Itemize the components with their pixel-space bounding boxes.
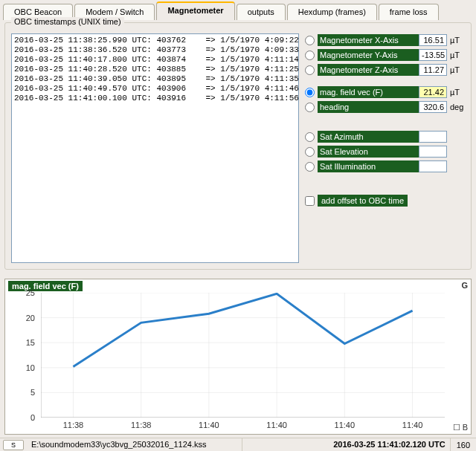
unit-heading: deg	[447, 103, 465, 111]
radio-mag-y[interactable]	[305, 51, 315, 60]
unit-mag-x: µT	[447, 36, 465, 45]
offset-checkbox-row[interactable]: add offset to OBC time	[305, 194, 465, 207]
x-tick: 11:40	[266, 421, 287, 429]
reading-mag-z[interactable]: Magnetometer Z-Axis 11.27 µT	[305, 63, 465, 77]
chart-x-ticks: 11:3811:3811:4011:4011:4011:40	[41, 421, 445, 431]
tab-frame-loss[interactable]: frame loss	[379, 4, 439, 20]
status-timestamp: 2016-03-25 11:41:02.120 UTC	[329, 438, 450, 451]
reading-sat-il[interactable]: Sat Illumination	[305, 160, 465, 173]
reading-sat-az[interactable]: Sat Azimuth	[305, 130, 465, 143]
offset-checkbox-label: add offset to OBC time	[318, 195, 408, 207]
radio-mag-f[interactable]	[305, 88, 315, 97]
status-path: E:\soundmodem33\yc3bvg_25032016_1124.kss	[27, 438, 242, 451]
chart-corner-g: G	[461, 281, 468, 290]
offset-checkbox[interactable]	[305, 196, 315, 206]
y-tick: 10	[26, 363, 35, 372]
x-tick: 11:40	[402, 421, 423, 429]
radio-mag-z[interactable]	[305, 65, 315, 75]
tab-magnetometer[interactable]: Magnetometer	[156, 1, 234, 20]
tab-hexdump-frames-[interactable]: Hexdump (frames)	[287, 4, 377, 20]
chart-title: mag. field vec (F)	[8, 281, 83, 291]
magnetometer-window: OBC BeaconModem / SwitchMagnetometeroutp…	[0, 0, 476, 451]
chart-corner-b: ☐ B	[453, 423, 468, 432]
reading-mag-x[interactable]: Magnetometer X-Axis 16.51 µT	[305, 33, 465, 47]
unit-mag-f: µT	[447, 88, 465, 97]
x-tick: 11:38	[63, 421, 84, 429]
label-heading: heading	[318, 101, 419, 113]
label-mag-z: Magnetometer Z-Axis	[318, 64, 419, 76]
value-heading: 320.6	[419, 101, 447, 113]
timestamp-listbox[interactable]: 2016-03-25 11:38:25.990 UTC: 403762 => 1…	[11, 33, 299, 263]
value-mag-y: -13.55	[419, 49, 447, 61]
value-mag-z: 11.27	[419, 64, 447, 76]
reading-heading[interactable]: heading 320.6 deg	[305, 100, 465, 114]
unit-mag-y: µT	[447, 51, 465, 59]
unit-mag-z: µT	[447, 65, 465, 74]
value-mag-x: 16.51	[419, 34, 447, 46]
radio-sat-el[interactable]	[305, 147, 315, 157]
radio-heading[interactable]	[305, 103, 315, 112]
status-s-button[interactable]: S	[3, 440, 24, 450]
label-sat-az: Sat Azimuth	[318, 131, 419, 143]
value-mag-f: 21.42	[419, 86, 447, 98]
y-tick: 0	[30, 413, 35, 422]
radio-sat-il[interactable]	[305, 162, 315, 172]
label-mag-x: Magnetometer X-Axis	[318, 34, 419, 46]
y-tick: 5	[30, 388, 35, 397]
x-tick: 11:38	[131, 421, 152, 429]
reading-mag-f[interactable]: mag. field vec (F) 21.42 µT	[305, 85, 465, 99]
label-sat-el: Sat Elevation	[318, 146, 419, 158]
group-title: OBC timestamps (UNIX time)	[11, 17, 124, 26]
x-tick: 11:40	[199, 421, 219, 429]
status-count: 160	[451, 441, 476, 450]
radio-mag-x[interactable]	[305, 36, 315, 45]
value-sat-az	[419, 131, 447, 143]
label-sat-il: Sat Illumination	[318, 160, 419, 172]
reading-mag-y[interactable]: Magnetometer Y-Axis -13.55 µT	[305, 48, 465, 62]
y-tick: 25	[26, 288, 35, 297]
radio-sat-az[interactable]	[305, 132, 315, 142]
label-mag-y: Magnetometer Y-Axis	[318, 49, 419, 61]
status-bar: S E:\soundmodem33\yc3bvg_25032016_1124.k…	[0, 438, 476, 451]
chart-y-ticks: 0510152025	[5, 293, 39, 418]
y-tick: 20	[26, 314, 35, 322]
group-inner: 2016-03-25 11:38:25.990 UTC: 403762 => 1…	[11, 29, 465, 263]
chart-svg	[41, 293, 445, 418]
reading-sat-el[interactable]: Sat Elevation	[305, 145, 465, 158]
readings-panel: Magnetometer X-Axis 16.51 µT Magnetomete…	[305, 29, 465, 263]
x-tick: 11:40	[335, 421, 356, 429]
value-sat-il	[419, 160, 447, 172]
y-tick: 15	[26, 338, 35, 347]
value-sat-el	[419, 146, 447, 158]
chart-panel: mag. field vec (F) G 0510152025 11:3811:…	[4, 279, 472, 435]
label-mag-f: mag. field vec (F)	[318, 86, 419, 98]
obc-timestamps-group: OBC timestamps (UNIX time) 2016-03-25 11…	[4, 22, 472, 270]
tab-outputs[interactable]: outputs	[237, 4, 286, 20]
